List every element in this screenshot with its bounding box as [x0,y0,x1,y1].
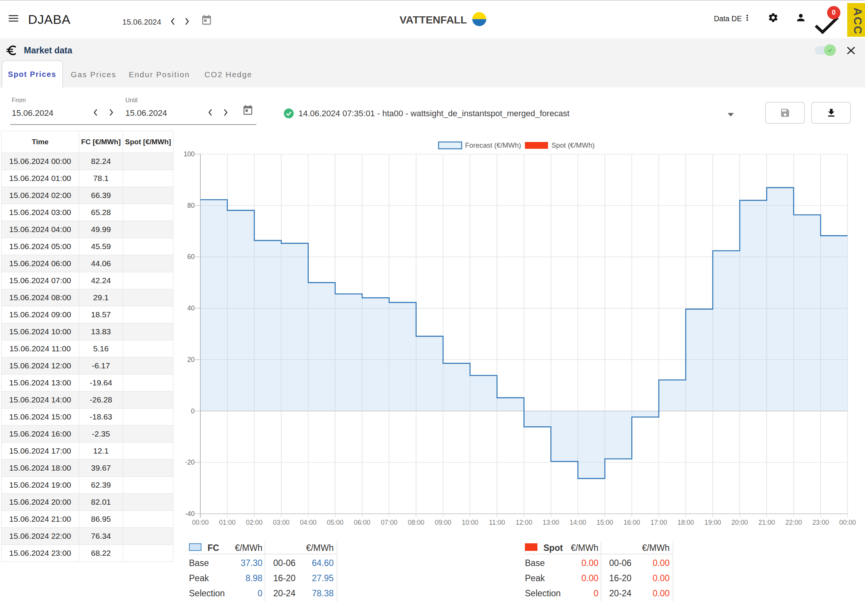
svg-text:00:00: 00:00 [839,519,856,526]
svg-text:Forecast (€/MWh): Forecast (€/MWh) [465,141,521,149]
svg-text:20:00: 20:00 [731,519,748,526]
svg-text:20: 20 [187,356,195,363]
svg-text:01:00: 01:00 [219,519,236,526]
svg-text:15:00: 15:00 [596,519,613,526]
svg-text:11:00: 11:00 [489,519,505,526]
svg-text:40: 40 [187,305,195,312]
svg-text:23:00: 23:00 [812,519,829,526]
svg-text:21:00: 21:00 [758,519,775,526]
svg-text:Spot (€/MWh): Spot (€/MWh) [551,141,594,149]
svg-text:08:00: 08:00 [408,519,425,526]
svg-text:03:00: 03:00 [273,519,290,526]
svg-text:80: 80 [187,202,195,209]
svg-text:00:00: 00:00 [192,519,209,526]
svg-text:05:00: 05:00 [327,519,343,526]
svg-text:14:00: 14:00 [569,519,586,526]
svg-text:09:00: 09:00 [435,519,451,526]
svg-text:60: 60 [187,253,195,261]
svg-text:-40: -40 [185,510,195,517]
svg-text:-20: -20 [185,459,195,466]
svg-text:100: 100 [184,150,195,158]
svg-text:0: 0 [191,407,195,415]
svg-text:13:00: 13:00 [543,519,559,526]
svg-text:16:00: 16:00 [623,519,640,526]
svg-text:22:00: 22:00 [785,519,802,526]
svg-text:04:00: 04:00 [300,519,317,526]
svg-text:17:00: 17:00 [651,519,667,526]
svg-text:12:00: 12:00 [516,519,533,526]
svg-text:06:00: 06:00 [354,519,370,526]
svg-text:10:00: 10:00 [462,519,478,526]
svg-text:19:00: 19:00 [705,519,721,526]
svg-text:02:00: 02:00 [246,519,263,526]
svg-text:07:00: 07:00 [381,519,398,526]
svg-text:18:00: 18:00 [678,519,694,526]
